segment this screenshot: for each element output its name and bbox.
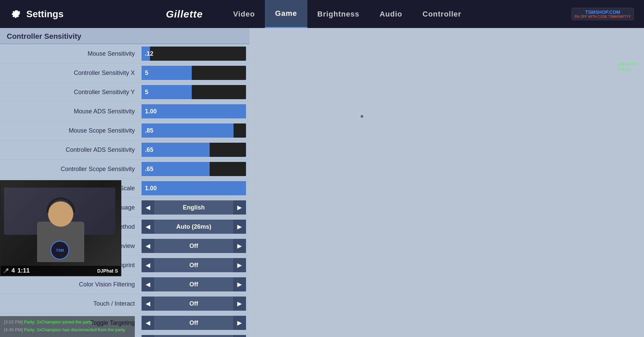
selector-prev-button[interactable]: ◀ xyxy=(142,220,154,234)
selector-value: Off xyxy=(154,258,233,272)
mic-icon: 🎤 xyxy=(3,268,9,273)
webcam-info-bar: 🎤 4 1:11 DJPhat S xyxy=(1,266,121,276)
selector-next-button[interactable]: ▶ xyxy=(233,220,246,234)
slider-container[interactable]: 5 xyxy=(142,66,246,80)
webcam-head xyxy=(48,201,73,227)
selector-value: Off xyxy=(154,277,233,291)
settings-row-label: Mouse Sensitivity xyxy=(3,50,142,57)
settings-row-label: Controller Scope Sensitivity xyxy=(3,166,142,173)
header: Settings Gillette Video Game Brightness … xyxy=(0,0,644,28)
settings-row-label: Mouse ADS Sensitivity xyxy=(3,108,142,115)
selector-prev-button[interactable]: ◀ xyxy=(142,335,154,337)
selector-next-button[interactable]: ▶ xyxy=(233,200,246,215)
nav-video[interactable]: Video xyxy=(223,0,265,28)
selector-prev-button[interactable]: ◀ xyxy=(142,316,154,330)
chat-party-2: Party: 2xChampion has disconnected from … xyxy=(24,327,126,332)
nav-audio[interactable]: Audio xyxy=(369,0,412,28)
selector-prev-button[interactable]: ◀ xyxy=(142,277,154,291)
tsm-logo: TSM xyxy=(51,241,69,259)
slider-container[interactable]: .12 xyxy=(142,47,246,61)
cursor-dot xyxy=(361,115,363,118)
selector-prev-button[interactable]: ◀ xyxy=(142,239,154,253)
selector-value: Off xyxy=(154,316,233,330)
chat-time-1: [3:02 PM] xyxy=(4,319,23,325)
selector-prev-button[interactable]: ◀ xyxy=(142,258,154,272)
settings-row: Color Vision Filtering◀Off▶ xyxy=(0,275,249,294)
settings-row: Mouse Scope Sensitivity.85 xyxy=(0,121,249,140)
slider-container[interactable]: .65 xyxy=(142,162,246,176)
settings-label: Settings xyxy=(26,9,63,20)
slider-container[interactable]: 1.00 xyxy=(142,104,246,118)
selector-container: ◀Auto (26ms)▶ xyxy=(142,220,246,234)
selector-container: ◀English▶ xyxy=(142,200,246,215)
slider-fill: 1.00 xyxy=(142,181,246,195)
chat-time-2: [4:45 PM] xyxy=(4,327,23,332)
settings-title: Settings xyxy=(10,8,78,20)
nav-brightness[interactable]: Brightness xyxy=(307,0,370,28)
slider-container[interactable]: 5 xyxy=(142,85,246,99)
selector-container: ◀Off▶ xyxy=(142,297,246,311)
slider-container[interactable]: .65 xyxy=(142,143,246,157)
settings-row-label: Touch / Interact xyxy=(3,300,142,307)
selector-container: ◀Off▶ xyxy=(142,316,246,330)
settings-row-label: Controller Sensitivity X xyxy=(3,69,142,77)
selector-prev-button[interactable]: ◀ xyxy=(142,200,154,215)
right-area: 149.02 FPS 5.69 ms xyxy=(249,28,644,337)
slider-fill: 5 xyxy=(142,85,192,99)
gillette-logo: Gillette xyxy=(166,8,203,20)
selector-value: Off xyxy=(154,239,233,253)
selector-container: ◀Off▶ xyxy=(142,277,246,291)
slider-fill: .65 xyxy=(142,162,210,176)
selector-container: ◀Off▶ xyxy=(142,258,246,272)
selector-next-button[interactable]: ▶ xyxy=(233,277,246,291)
webcam-video: TSM xyxy=(1,181,121,276)
chat-message-2: [4:45 PM] Party: 2xChampion has disconne… xyxy=(4,327,131,334)
fps-ms: 5.69 ms xyxy=(618,67,637,72)
selector-next-button[interactable]: ▶ xyxy=(233,335,246,337)
selector-next-button[interactable]: ▶ xyxy=(233,258,246,272)
nav-game[interactable]: Game xyxy=(265,0,307,28)
settings-row: Controller Scope Sensitivity.65 xyxy=(0,160,249,179)
webcam-name: DJPhat S xyxy=(97,268,118,274)
slider-container[interactable]: 1.00 xyxy=(142,181,246,195)
webcam-timer: 1:11 xyxy=(18,267,30,274)
selector-value: On xyxy=(154,335,233,337)
settings-row-label: Color Vision Filtering xyxy=(3,281,142,288)
header-right: TSMSHOP.COM 5% OFF WITH CODE TSMKRAFTYY xyxy=(560,8,634,20)
selector-value: Auto (26ms) xyxy=(154,220,233,234)
slider-fill: .85 xyxy=(142,123,234,138)
chat-message-1: [3:02 PM] Party: 2xChampion joined the p… xyxy=(4,319,131,326)
slider-fill: .65 xyxy=(142,143,210,157)
settings-row: Controller Sensitivity Y5 xyxy=(0,83,249,102)
selector-next-button[interactable]: ▶ xyxy=(233,297,246,311)
selector-next-button[interactable]: ▶ xyxy=(233,316,246,330)
gear-icon xyxy=(10,8,22,20)
settings-row: Controller ADS Sensitivity.65 xyxy=(0,140,249,160)
settings-row: Controller Sensitivity X5 xyxy=(0,63,249,83)
tsmshop-ad: TSMSHOP.COM 5% OFF WITH CODE TSMKRAFTYY xyxy=(572,8,634,20)
selector-prev-button[interactable]: ◀ xyxy=(142,297,154,311)
settings-row: Mouse ADS Sensitivity1.00 xyxy=(0,102,249,121)
chat-overlay: [3:02 PM] Party: 2xChampion joined the p… xyxy=(0,316,135,337)
fps-value: 149.02 FPS xyxy=(618,62,637,67)
main-nav: Gillette Video Game Brightness Audio Con… xyxy=(78,0,560,28)
settings-row-label: Mouse Scope Sensitivity xyxy=(3,127,142,134)
webcam-overlay: TSM 🎤 4 1:11 DJPhat S xyxy=(0,180,121,276)
selector-container: ◀Off▶ xyxy=(142,239,246,253)
settings-row: Mouse Sensitivity.12 xyxy=(0,44,249,63)
shop-code: 5% OFF WITH CODE TSMKRAFTYY xyxy=(575,15,631,19)
shop-name: TSMSHOP.COM xyxy=(575,9,631,15)
fps-counter: 149.02 FPS 5.69 ms xyxy=(618,62,637,72)
slider-fill: 1.00 xyxy=(142,104,246,118)
slider-container[interactable]: .85 xyxy=(142,123,246,138)
settings-row: Touch / Interact◀Off▶ xyxy=(0,294,249,313)
chat-party-1: Party: 2xChampion joined the party. xyxy=(24,319,93,325)
selector-value: Off xyxy=(154,297,233,311)
slider-fill: .12 xyxy=(142,47,150,61)
section-header: Controller Sensitivity xyxy=(0,28,249,44)
settings-row-label: Controller ADS Sensitivity xyxy=(3,146,142,153)
selector-value: English xyxy=(154,200,233,215)
settings-row-label: Controller Sensitivity Y xyxy=(3,89,142,96)
selector-next-button[interactable]: ▶ xyxy=(233,239,246,253)
nav-controller[interactable]: Controller xyxy=(412,0,471,28)
